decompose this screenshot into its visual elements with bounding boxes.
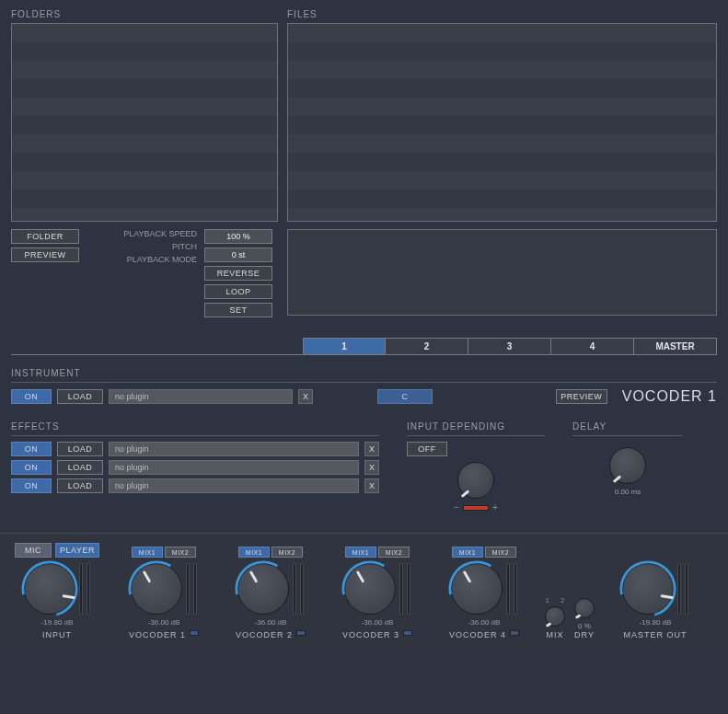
dry-knob[interactable] (574, 598, 595, 618)
instrument-load-button[interactable]: LOAD (57, 389, 103, 404)
instrument-on-button[interactable]: ON (11, 389, 52, 404)
voc4-label: VOCODER 4 (449, 630, 506, 639)
mix-label: MIX (546, 630, 563, 639)
fx3-clear-button[interactable]: X (364, 478, 379, 493)
voc2-gain-knob[interactable] (237, 563, 289, 615)
tab-master[interactable]: MASTER (634, 338, 717, 354)
master-out-knob[interactable] (622, 563, 674, 615)
fx1-load-button[interactable]: LOAD (57, 442, 103, 456)
voc3-mix2-button[interactable]: MIX2 (378, 547, 410, 558)
fx3-load-button[interactable]: LOAD (57, 478, 103, 493)
voc3-meter-r (407, 563, 410, 615)
fx2-clear-button[interactable]: X (364, 460, 379, 475)
svg-point-2 (235, 560, 292, 617)
input-depending-label: INPUT DEPENDING (407, 421, 545, 432)
voc4-meter-r (514, 563, 517, 615)
voc4-meter (506, 563, 510, 615)
dry-label: DRY (574, 630, 595, 639)
tab-2[interactable]: 2 (386, 338, 468, 354)
master-meter (677, 563, 681, 615)
fx2-on-button[interactable]: ON (11, 460, 52, 475)
voc3-led (403, 630, 412, 636)
preview-button[interactable]: PREVIEW (11, 248, 79, 262)
voc2-led (296, 630, 306, 636)
effects-label: EFFECTS (11, 421, 379, 432)
input-gain-knob[interactable] (24, 563, 75, 615)
mix-knob[interactable] (545, 606, 565, 627)
minus-icon: − (454, 502, 459, 512)
fx1-on-button[interactable]: ON (11, 442, 52, 456)
voc2-meter (293, 563, 296, 615)
svg-point-4 (448, 560, 505, 617)
voc1-meter-r (193, 563, 197, 615)
fx2-load-button[interactable]: LOAD (57, 460, 103, 475)
files-list[interactable] (287, 23, 717, 222)
playback-speed-label: PLAYBACK SPEED (123, 229, 197, 238)
vocoder-title: VOCODER 1 (622, 388, 717, 405)
note-select[interactable]: C (377, 389, 433, 404)
voc1-gain-knob[interactable] (131, 563, 182, 615)
voc1-mix1-button[interactable]: MIX1 (132, 547, 163, 558)
folders-list[interactable] (11, 23, 278, 222)
set-button[interactable]: SET (204, 303, 272, 317)
instrument-preview-button[interactable]: PREVIEW (556, 389, 607, 404)
folder-button[interactable]: FOLDER (11, 229, 79, 244)
files-label: FILES (287, 9, 717, 19)
voc4-db: -36.00 dB (468, 618, 501, 627)
voc1-label: VOCODER 1 (129, 630, 186, 639)
input-db: -19.80 dB (41, 618, 74, 627)
voc3-gain-knob[interactable] (344, 563, 396, 615)
mix-1-marker: 1 (546, 596, 549, 605)
voc3-db: -36.00 dB (362, 618, 394, 627)
voc2-meter-r (300, 563, 304, 615)
svg-point-1 (128, 560, 185, 617)
svg-point-0 (21, 560, 78, 617)
input-meter-r (87, 563, 90, 615)
input-depending-meter (463, 505, 489, 511)
voc2-mix2-button[interactable]: MIX2 (272, 547, 303, 558)
waveform-panel[interactable] (287, 229, 717, 316)
tab-4[interactable]: 4 (551, 338, 634, 354)
fx3-plugin-slot[interactable]: no plugin (109, 478, 359, 493)
voc2-db: -36.00 dB (255, 618, 287, 627)
voc2-mix1-button[interactable]: MIX1 (238, 547, 270, 558)
voc1-meter (186, 563, 190, 615)
tab-3[interactable]: 3 (468, 338, 551, 354)
svg-point-5 (619, 560, 676, 617)
input-depending-knob[interactable] (457, 462, 494, 499)
playback-speed-value[interactable]: 100 % (204, 229, 272, 244)
voc4-mix1-button[interactable]: MIX1 (452, 547, 483, 558)
dry-value: 0 % (578, 622, 591, 630)
voc2-label: VOCODER 2 (236, 630, 293, 639)
loop-button[interactable]: LOOP (204, 284, 272, 299)
voc1-led (190, 630, 199, 636)
instrument-clear-button[interactable]: X (298, 389, 313, 404)
delay-value: 0.00 ms (615, 488, 641, 496)
tab-1[interactable]: 1 (303, 338, 386, 354)
fx2-plugin-slot[interactable]: no plugin (109, 460, 359, 475)
player-button[interactable]: PLAYER (55, 543, 99, 558)
mix-2-marker: 2 (560, 596, 564, 605)
fx1-clear-button[interactable]: X (364, 442, 379, 456)
master-meter-r (685, 563, 688, 615)
playback-mode-label: PLAYBACK MODE (127, 255, 197, 264)
voc4-mix2-button[interactable]: MIX2 (485, 547, 516, 558)
input-meter (79, 563, 83, 615)
master-out-label: MASTER OUT (623, 630, 687, 639)
fx1-plugin-slot[interactable]: no plugin (109, 442, 359, 456)
voc4-gain-knob[interactable] (451, 563, 503, 615)
pitch-label: PITCH (172, 242, 197, 251)
delay-label: DELAY (572, 421, 683, 432)
reverse-button[interactable]: REVERSE (204, 266, 272, 281)
voc3-meter (399, 563, 403, 615)
instrument-plugin-slot[interactable]: no plugin (109, 389, 293, 404)
plus-icon: + (492, 502, 498, 512)
input-label: INPUT (42, 630, 72, 639)
pitch-value[interactable]: 0 st (204, 248, 272, 262)
voc3-mix1-button[interactable]: MIX1 (345, 547, 376, 558)
fx3-on-button[interactable]: ON (11, 478, 52, 493)
input-depending-off-button[interactable]: OFF (407, 442, 447, 456)
mic-button[interactable]: MIC (15, 543, 52, 558)
voc1-mix2-button[interactable]: MIX2 (165, 547, 196, 558)
delay-knob[interactable] (609, 447, 646, 484)
